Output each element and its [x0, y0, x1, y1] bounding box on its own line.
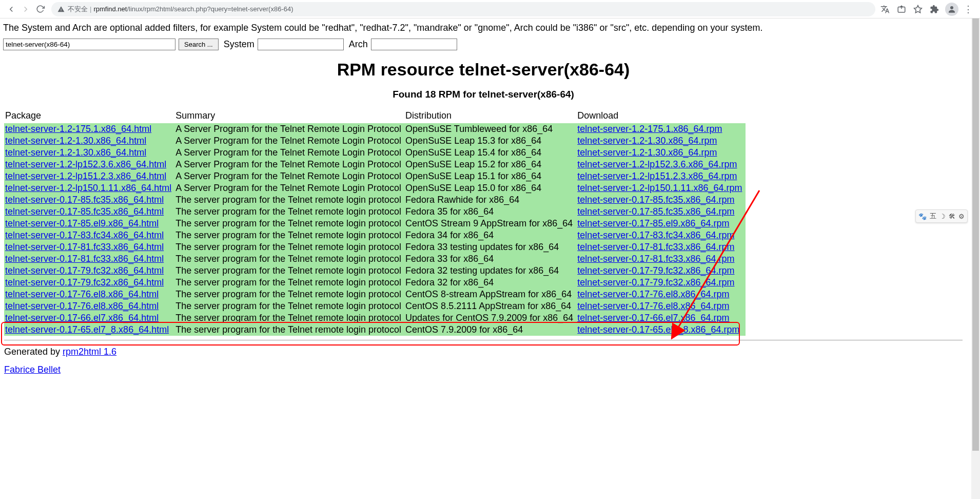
download-link[interactable]: telnet-server-0.17-85.el9.x86_64.rpm	[577, 218, 729, 228]
summary-cell: The server program for the Telnet remote…	[174, 277, 404, 289]
table-row: telnet-server-0.17-76.el8.x86_64.htmlThe…	[4, 300, 746, 312]
col-download: Download	[576, 109, 745, 123]
scrollbar-thumb[interactable]	[972, 18, 979, 393]
download-link[interactable]: telnet-server-0.17-81.fc33.x86_64.rpm	[577, 242, 734, 252]
col-distribution: Distribution	[404, 109, 576, 123]
package-link[interactable]: telnet-server-1.2-175.1.x86_64.html	[5, 124, 151, 134]
generated-by: Generated by rpm2html 1.6	[4, 347, 963, 357]
summary-cell: A Server Program for the Telnet Remote L…	[174, 123, 404, 135]
package-link[interactable]: telnet-server-0.17-85.fc35.x86_64.html	[5, 206, 164, 217]
distribution-cell: OpenSuSE Leap 15.0 for x86_64	[404, 182, 576, 194]
download-link[interactable]: telnet-server-1.2-lp151.2.3.x86_64.rpm	[577, 171, 737, 181]
download-link[interactable]: telnet-server-0.17-85.fc35.x86_64.rpm	[577, 195, 734, 205]
package-link[interactable]: telnet-server-1.2-1.30.x86_64.html	[5, 147, 146, 158]
download-link[interactable]: telnet-server-0.17-79.fc32.x86_64.rpm	[577, 277, 734, 287]
table-row: telnet-server-1.2-lp150.1.11.x86_64.html…	[4, 182, 746, 194]
distribution-cell: Fedora 33 for x86_64	[404, 253, 576, 265]
package-link[interactable]: telnet-server-0.17-76.el8.x86_64.html	[5, 301, 159, 311]
author-link[interactable]: Fabrice Bellet	[4, 364, 61, 375]
rpm2html-link[interactable]: rpm2html 1.6	[63, 347, 116, 357]
svg-point-2	[950, 6, 953, 9]
package-link[interactable]: telnet-server-0.17-81.fc33.x86_64.html	[5, 242, 164, 252]
wrench-icon[interactable]: 🛠	[949, 213, 955, 220]
table-row: telnet-server-1.2-1.30.x86_64.htmlA Serv…	[4, 147, 746, 159]
package-link[interactable]: telnet-server-1.2-lp150.1.11.x86_64.html	[5, 183, 171, 193]
system-input[interactable]	[258, 39, 344, 50]
package-link[interactable]: telnet-server-0.17-76.el8.x86_64.html	[5, 289, 159, 299]
download-link[interactable]: telnet-server-0.17-85.fc35.x86_64.rpm	[577, 206, 734, 217]
col-summary: Summary	[174, 109, 404, 123]
package-link[interactable]: telnet-server-0.17-83.fc34.x86_64.html	[5, 230, 164, 240]
summary-cell: The server program for the Telnet remote…	[174, 194, 404, 206]
distribution-cell: Fedora 35 for x86_64	[404, 206, 576, 218]
package-link[interactable]: telnet-server-0.17-79.fc32.x86_64.html	[5, 265, 164, 276]
extension-toolbar[interactable]: 🐾 五 ☽ 🛠 ⚙	[915, 209, 968, 223]
share-icon[interactable]	[896, 4, 907, 15]
url-path: /linux/rpm2html/search.php?query=telnet-…	[127, 5, 293, 13]
download-link[interactable]: telnet-server-1.2-1.30.x86_64.rpm	[577, 136, 717, 146]
download-link[interactable]: telnet-server-1.2-lp150.1.11.x86_64.rpm	[577, 183, 742, 193]
search-button[interactable]: Search ...	[179, 39, 219, 50]
svg-marker-1	[914, 5, 922, 12]
download-link[interactable]: telnet-server-0.17-76.el8.x86_64.rpm	[577, 289, 729, 299]
distribution-cell: OpenSuSE Leap 15.2 for x86_64	[404, 159, 576, 170]
package-link[interactable]: telnet-server-0.17-81.fc33.x86_64.html	[5, 254, 164, 264]
download-link[interactable]: telnet-server-0.17-83.fc34.x86_64.rpm	[577, 230, 734, 240]
distribution-cell: Fedora Rawhide for x86_64	[404, 194, 576, 206]
browser-right-icons: ⋮	[879, 3, 976, 16]
download-link[interactable]: telnet-server-0.17-65.el7_8.x86_64.rpm	[577, 324, 739, 335]
package-link[interactable]: telnet-server-1.2-1.30.x86_64.html	[5, 136, 146, 146]
download-link[interactable]: telnet-server-0.17-76.el8.x86_64.rpm	[577, 301, 729, 311]
package-link[interactable]: telnet-server-0.17-65.el7_8.x86_64.html	[5, 324, 169, 335]
forward-button[interactable]	[18, 2, 33, 16]
summary-cell: The server program for the Telnet remote…	[174, 289, 404, 300]
search-form: Search ... System Arch	[3, 39, 964, 50]
distribution-cell: Fedora 34 for x86_64	[404, 229, 576, 241]
address-bar[interactable]: 不安全 | rpmfind.net/linux/rpm2html/search.…	[51, 2, 875, 16]
kebab-menu-icon[interactable]: ⋮	[964, 4, 973, 15]
arch-label: Arch	[349, 39, 368, 50]
package-link[interactable]: telnet-server-0.17-85.fc35.x86_64.html	[5, 195, 164, 205]
package-link[interactable]: telnet-server-0.17-79.fc32.x86_64.html	[5, 277, 164, 287]
arch-input[interactable]	[371, 39, 457, 50]
download-link[interactable]: telnet-server-1.2-lp152.3.6.x86_64.rpm	[577, 159, 737, 169]
translate-icon[interactable]	[879, 4, 891, 15]
distribution-cell: OpenSuSE Tumbleweed for x86_64	[404, 123, 576, 135]
summary-cell: A Server Program for the Telnet Remote L…	[174, 147, 404, 159]
distribution-cell: OpenSuSE Leap 15.1 for x86_64	[404, 170, 576, 182]
distribution-cell: OpenSuSE Leap 15.4 for x86_64	[404, 147, 576, 159]
vertical-scrollbar[interactable]	[971, 18, 980, 393]
table-row: telnet-server-0.17-81.fc33.x86_64.htmlTh…	[4, 253, 746, 265]
summary-cell: The server program for the Telnet remote…	[174, 229, 404, 241]
distribution-cell: Fedora 33 testing updates for x86_64	[404, 241, 576, 253]
download-link[interactable]: telnet-server-0.17-66.el7.x86_64.rpm	[577, 313, 729, 323]
package-link[interactable]: telnet-server-0.17-66.el7.x86_64.html	[5, 313, 159, 323]
package-link[interactable]: telnet-server-1.2-lp151.2.3.x86_64.html	[5, 171, 166, 181]
paw-icon[interactable]: 🐾	[918, 213, 927, 220]
ime-label[interactable]: 五	[930, 212, 936, 221]
table-row: telnet-server-0.17-65.el7_8.x86_64.htmlT…	[4, 324, 746, 336]
download-link[interactable]: telnet-server-0.17-79.fc32.x86_64.rpm	[577, 265, 734, 276]
extensions-icon[interactable]	[929, 4, 940, 15]
moon-icon[interactable]: ☽	[939, 213, 946, 220]
insecure-label: 不安全	[68, 5, 88, 14]
table-row: telnet-server-0.17-79.fc32.x86_64.htmlTh…	[4, 265, 746, 277]
package-link[interactable]: telnet-server-0.17-85.el9.x86_64.html	[5, 218, 159, 228]
col-package: Package	[4, 109, 174, 123]
results-table: Package Summary Distribution Download te…	[4, 109, 746, 336]
download-link[interactable]: telnet-server-1.2-175.1.x86_64.rpm	[577, 124, 722, 134]
distribution-cell: CentOS 8-stream AppStream for x86_64	[404, 289, 576, 300]
download-link[interactable]: telnet-server-0.17-81.fc33.x86_64.rpm	[577, 254, 734, 264]
package-link[interactable]: telnet-server-1.2-lp152.3.6.x86_64.html	[5, 159, 166, 169]
table-row: telnet-server-1.2-lp151.2.3.x86_64.htmlA…	[4, 170, 746, 182]
bookmark-star-icon[interactable]	[912, 4, 924, 15]
profile-avatar[interactable]	[945, 3, 958, 16]
summary-cell: The server program for the Telnet remote…	[174, 324, 404, 336]
query-input[interactable]	[3, 39, 175, 50]
gear-icon[interactable]: ⚙	[958, 213, 965, 220]
reload-button[interactable]	[33, 2, 47, 16]
distribution-cell: CentOS 8.5.2111 AppStream for x86_64	[404, 300, 576, 312]
summary-cell: The server program for the Telnet remote…	[174, 312, 404, 324]
back-button[interactable]	[4, 2, 18, 16]
download-link[interactable]: telnet-server-1.2-1.30.x86_64.rpm	[577, 147, 717, 158]
